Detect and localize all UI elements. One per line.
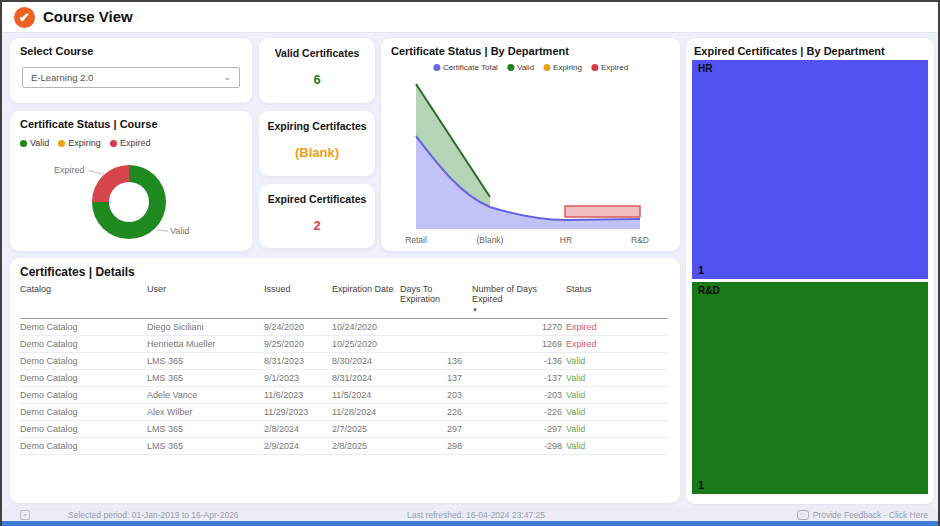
leader-line xyxy=(89,170,104,175)
expired-certificates-value: 2 xyxy=(259,218,375,233)
cell-user: Diego Siciliani xyxy=(147,322,264,332)
expiring-certificates-card[interactable]: Expiring Certifactes (Blank) xyxy=(259,111,375,176)
table-row[interactable]: Demo CatalogLMS 3652/8/20242/7/2025297-2… xyxy=(20,421,668,438)
course-dropdown[interactable]: E-Learning 2.0 ⌄ xyxy=(22,67,240,88)
select-course-title: Select Course xyxy=(20,45,93,57)
cell-issued: 2/8/2024 xyxy=(264,424,332,434)
x-tick-hr: HR xyxy=(560,235,572,245)
treemap-hr-label: HR xyxy=(698,63,712,74)
cell-issued: 11/6/2023 xyxy=(264,390,332,400)
cell-days-to: 298 xyxy=(400,441,472,451)
expired-certificates-title: Expired Certificates xyxy=(259,193,375,205)
cell-days-expired: -136 xyxy=(472,356,566,366)
cell-days-expired: -226 xyxy=(472,407,566,417)
cell-issued: 8/31/2023 xyxy=(264,356,332,366)
cell-expiration: 8/31/2024 xyxy=(332,373,400,383)
table-row[interactable]: Demo CatalogHenrietta Mueller9/25/202010… xyxy=(20,336,668,353)
cell-days-to: 226 xyxy=(400,407,472,417)
cell-user: LMS 365 xyxy=(147,441,264,451)
cell-status: Valid xyxy=(566,390,668,400)
cell-days-expired: -298 xyxy=(472,441,566,451)
cell-issued: 9/24/2020 xyxy=(264,322,332,332)
col-header-catalog[interactable]: Catalog xyxy=(20,284,147,294)
cell-status: Valid xyxy=(566,407,668,417)
cell-catalog: Demo Catalog xyxy=(20,441,147,451)
cell-user: Adele Vance xyxy=(147,390,264,400)
expiring-certificates-title: Expiring Certifactes xyxy=(259,120,375,132)
certificates-table: Catalog User Issued Expiration Date Days… xyxy=(20,281,668,455)
cell-user: LMS 365 xyxy=(147,356,264,366)
treemap-block-hr[interactable]: HR 1 xyxy=(692,60,928,279)
cell-expiration: 10/25/2020 xyxy=(332,339,400,349)
cell-catalog: Demo Catalog xyxy=(20,339,147,349)
table-row[interactable]: Demo CatalogLMS 3652/9/20242/8/2025298-2… xyxy=(20,438,668,455)
cell-days-expired: -203 xyxy=(472,390,566,400)
table-header-row: Catalog User Issued Expiration Date Days… xyxy=(20,281,668,319)
page-title: Course View xyxy=(43,8,133,25)
feedback-bubble-icon: ♡ xyxy=(797,510,809,520)
cell-days-to: 137 xyxy=(400,373,472,383)
certificates-details-panel: Certificates | Details Catalog User Issu… xyxy=(10,258,680,503)
treemap-rd-label: R&D xyxy=(698,285,720,296)
table-title: Certificates | Details xyxy=(20,265,135,279)
area-chart[interactable]: Retail (Blank) HR R&D xyxy=(381,38,680,251)
course-dropdown-value: E-Learning 2.0 xyxy=(31,72,93,83)
donut-label-expired: Expired xyxy=(54,165,85,175)
table-row[interactable]: Demo CatalogAlex Wilber11/29/202311/28/2… xyxy=(20,404,668,421)
cell-issued: 11/29/2023 xyxy=(264,407,332,417)
cell-issued: 9/25/2020 xyxy=(264,339,332,349)
cell-days-to: 297 xyxy=(400,424,472,434)
dashboard-window: ✔ Course View Select Course E-Learning 2… xyxy=(0,0,940,526)
cell-expiration: 2/8/2025 xyxy=(332,441,400,451)
cell-expiration: 8/30/2024 xyxy=(332,356,400,366)
table-row[interactable]: Demo CatalogAdele Vance11/6/202311/5/202… xyxy=(20,387,668,404)
donut-chart[interactable] xyxy=(92,165,166,239)
x-tick-retail: Retail xyxy=(405,235,427,245)
treemap-block-rd[interactable]: R&D 1 xyxy=(692,282,928,494)
table-row[interactable]: Demo CatalogDiego Siciliani9/24/202010/2… xyxy=(20,319,668,336)
x-tick-blank: (Blank) xyxy=(477,235,504,245)
expired-dot-icon xyxy=(110,140,117,147)
donut-title: Certificate Status | Course xyxy=(20,118,158,130)
col-header-issued[interactable]: Issued xyxy=(264,284,332,294)
cell-expiration: 10/24/2020 xyxy=(332,322,400,332)
cell-catalog: Demo Catalog xyxy=(20,356,147,366)
expired-band xyxy=(565,206,640,217)
selected-period-text: Selected period: 01-Jan-2019 to 16-Apr-2… xyxy=(68,510,239,520)
legend-item-valid[interactable]: Valid xyxy=(20,138,49,148)
table-row[interactable]: Demo CatalogLMS 3658/31/20238/30/2024136… xyxy=(20,353,668,370)
cell-status: Valid xyxy=(566,441,668,451)
expiring-certificates-value: (Blank) xyxy=(259,145,375,160)
certificate-status-by-department-panel: Certificate Status | By Department Certi… xyxy=(381,38,680,251)
donut-hole xyxy=(109,182,149,222)
legend-item-expiring[interactable]: Expiring xyxy=(58,138,101,148)
certificate-status-course-panel: Certificate Status | Course Valid Expiri… xyxy=(10,111,252,251)
donut-label-valid: Valid xyxy=(170,226,189,236)
col-header-user[interactable]: User xyxy=(147,284,264,294)
filter-icon: ▾ xyxy=(20,510,30,520)
cell-days-expired: 1269 xyxy=(472,339,566,349)
table-row[interactable]: Demo CatalogLMS 3659/1/20238/31/2024137-… xyxy=(20,370,668,387)
cell-days-expired: -137 xyxy=(472,373,566,383)
app-logo-check-icon: ✔ xyxy=(14,7,35,28)
col-header-expiration-date[interactable]: Expiration Date xyxy=(332,284,400,294)
cell-user: Henrietta Mueller xyxy=(147,339,264,349)
cell-expiration: 11/28/2024 xyxy=(332,407,400,417)
valid-certificates-card[interactable]: Valid Certificates 6 xyxy=(259,38,375,103)
cell-status: Valid xyxy=(566,356,668,366)
window-bottom-edge xyxy=(2,521,938,526)
valid-certificates-title: Valid Certificates xyxy=(259,47,375,59)
legend-item-expired[interactable]: Expired xyxy=(110,138,151,148)
col-header-status[interactable]: Status xyxy=(566,284,668,294)
expiring-dot-icon xyxy=(58,140,65,147)
col-header-days-to-expiration[interactable]: Days To Expiration xyxy=(400,284,472,304)
col-header-number-of-days-expired[interactable]: Number of Days Expired▼ xyxy=(472,284,566,314)
cell-status: Expired xyxy=(566,322,668,332)
provide-feedback-link[interactable]: ♡ Provide Feedback - Click Here xyxy=(797,510,928,520)
cell-user: LMS 365 xyxy=(147,373,264,383)
expired-certificates-by-department-panel: Expired Certificates | By Department HR … xyxy=(686,38,934,504)
valid-certificates-value: 6 xyxy=(259,72,375,87)
cell-issued: 9/1/2023 xyxy=(264,373,332,383)
cell-status: Valid xyxy=(566,373,668,383)
expired-certificates-card[interactable]: Expired Certificates 2 xyxy=(259,184,375,248)
